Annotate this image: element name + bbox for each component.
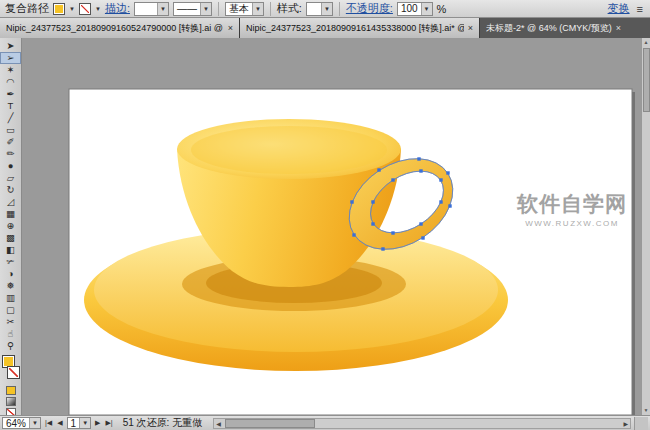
opacity-select[interactable]: 100 ▼ — [397, 2, 433, 16]
scroll-left-icon[interactable]: ◀ — [214, 420, 223, 427]
gradient-button[interactable] — [6, 397, 16, 406]
panel-menu-icon[interactable]: ≡ — [637, 3, 643, 15]
scroll-down-icon[interactable]: ▼ — [644, 406, 649, 415]
width-profile-value: —— — [174, 3, 200, 14]
toolbar-tools: ➤➢✶◠✒T╱▭✐✏●▱↻◿▦⊕▩◧✃◑❅▥▢✂☝⚲ — [0, 40, 21, 352]
status-bar: 64% ▼ |◀ ◀ 1 ▼ ▶ ▶| 51 次还原: 无重做 ◀ ▶ — [0, 415, 650, 430]
free-transform-tool[interactable]: ▦ — [0, 208, 21, 220]
zoom-tool[interactable]: ⚲ — [0, 340, 21, 352]
document-tab-2[interactable]: Nipic_24377523_20180909161435338000 [转换]… — [240, 18, 480, 38]
chevron-down-icon[interactable]: ▼ — [95, 6, 101, 12]
chevron-down-icon[interactable]: ▼ — [421, 3, 432, 15]
chevron-down-icon[interactable]: ▼ — [79, 418, 90, 428]
none-button[interactable] — [6, 408, 16, 415]
stroke-link[interactable]: 描边: — [105, 1, 130, 16]
chevron-down-icon[interactable]: ▼ — [252, 3, 263, 15]
blob-brush-tool[interactable]: ● — [0, 160, 21, 172]
paintbrush-tool[interactable]: ✐ — [0, 136, 21, 148]
tab-label: Nipic_24377523_20180909160524790000 [转换]… — [6, 22, 224, 35]
divider — [270, 2, 271, 16]
brush-definition-value: 基本 — [226, 2, 252, 16]
line-segment-tool[interactable]: ╱ — [0, 112, 21, 124]
color-mode-buttons — [0, 386, 21, 415]
column-graph-tool[interactable]: ▥ — [0, 292, 21, 304]
chevron-down-icon[interactable]: ▼ — [200, 3, 211, 15]
transform-link[interactable]: 变换 — [608, 1, 630, 16]
rotate-tool[interactable]: ↻ — [0, 184, 21, 196]
artboard-number: 1 — [68, 418, 80, 429]
rectangle-tool[interactable]: ▭ — [0, 124, 21, 136]
toolbar-stroke-swatch[interactable] — [7, 366, 20, 379]
prev-artboard-button[interactable]: ◀ — [56, 419, 63, 427]
vertical-scrollbar[interactable]: ▲ ▼ — [641, 38, 650, 415]
scale-tool[interactable]: ◿ — [0, 196, 21, 208]
first-artboard-button[interactable]: |◀ — [44, 419, 53, 427]
color-button[interactable] — [6, 386, 16, 395]
style-label: 样式: — [277, 1, 302, 16]
document-tab-1[interactable]: Nipic_24377523_20180909160524790000 [转换]… — [0, 18, 240, 38]
type-tool[interactable]: T — [0, 100, 21, 112]
resize-grip — [634, 417, 648, 430]
status-text: 51 次还原: 无重做 — [123, 416, 202, 430]
artboard-tool[interactable]: ▢ — [0, 304, 21, 316]
scroll-right-icon[interactable]: ▶ — [621, 420, 630, 427]
divider — [218, 2, 219, 16]
direct-selection-tool[interactable]: ➢ — [0, 52, 21, 64]
cup-interior-shape[interactable] — [191, 126, 387, 174]
stroke-weight-select[interactable]: ▼ — [134, 2, 169, 16]
next-artboard-button[interactable]: ▶ — [94, 419, 101, 427]
shape-builder-tool[interactable]: ⊕ — [0, 220, 21, 232]
opacity-unit-label: % — [437, 3, 447, 15]
close-icon[interactable]: × — [228, 23, 233, 33]
eyedropper-tool[interactable]: ✃ — [0, 256, 21, 268]
zoom-value: 64% — [3, 418, 29, 429]
artboard-number-select[interactable]: 1 ▼ — [67, 417, 92, 429]
magic-wand-tool[interactable]: ✶ — [0, 64, 21, 76]
pencil-tool[interactable]: ✏ — [0, 148, 21, 160]
chevron-down-icon[interactable]: ▼ — [29, 418, 40, 428]
zoom-level-select[interactable]: 64% ▼ — [2, 417, 41, 429]
divider — [339, 2, 340, 16]
chevron-down-icon[interactable]: ▼ — [157, 3, 168, 15]
style-select[interactable]: ▼ — [306, 2, 333, 16]
canvas[interactable] — [22, 38, 641, 415]
chevron-down-icon[interactable]: ▼ — [321, 3, 332, 15]
slice-tool[interactable]: ✂ — [0, 316, 21, 328]
opacity-link[interactable]: 不透明度: — [346, 1, 393, 16]
tools-panel: ➤➢✶◠✒T╱▭✐✏●▱↻◿▦⊕▩◧✃◑❅▥▢✂☝⚲ — [0, 38, 22, 415]
scroll-up-icon[interactable]: ▲ — [644, 38, 649, 47]
selection-tool[interactable]: ➤ — [0, 40, 21, 52]
fill-color-swatch[interactable] — [53, 3, 65, 15]
stroke-color-swatch[interactable] — [79, 3, 91, 15]
chevron-down-icon[interactable]: ▼ — [69, 6, 75, 12]
tab-label: Nipic_24377523_20180909161435338000 [转换]… — [246, 22, 464, 35]
width-profile-select[interactable]: —— ▼ — [173, 2, 212, 16]
pen-tool[interactable]: ✒ — [0, 88, 21, 100]
brush-definition-select[interactable]: 基本 ▼ — [225, 2, 264, 16]
horizontal-scrollbar[interactable]: ◀ ▶ — [213, 418, 631, 429]
symbol-sprayer-tool[interactable]: ❅ — [0, 280, 21, 292]
document-tab-active[interactable]: 未标题-2* @ 64% (CMYK/预览) × — [480, 18, 650, 38]
last-artboard-button[interactable]: ▶| — [104, 419, 113, 427]
document-tab-bar: Nipic_24377523_20180909160524790000 [转换]… — [0, 18, 650, 38]
illustrator-window: 复合路径 ▼ ▼ 描边: ▼ —— ▼ 基本 ▼ 样式: ▼ 不透明度: 100… — [0, 0, 650, 430]
control-bar: 复合路径 ▼ ▼ 描边: ▼ —— ▼ 基本 ▼ 样式: ▼ 不透明度: 100… — [0, 0, 650, 18]
selection-type-label: 复合路径 — [5, 1, 49, 16]
close-icon[interactable]: × — [616, 23, 621, 33]
mesh-tool[interactable]: ▩ — [0, 232, 21, 244]
close-icon[interactable]: × — [468, 23, 473, 33]
opacity-value: 100 — [398, 3, 421, 14]
eraser-tool[interactable]: ▱ — [0, 172, 21, 184]
fill-stroke-swatches — [0, 354, 21, 382]
blend-tool[interactable]: ◑ — [0, 268, 21, 280]
horizontal-scrollbar-thumb[interactable] — [225, 419, 315, 428]
gradient-tool[interactable]: ◧ — [0, 244, 21, 256]
tab-label: 未标题-2* @ 64% (CMYK/预览) — [486, 22, 612, 35]
lasso-tool[interactable]: ◠ — [0, 76, 21, 88]
vertical-scrollbar-thumb[interactable] — [643, 48, 650, 112]
hand-tool[interactable]: ☝ — [0, 328, 21, 340]
